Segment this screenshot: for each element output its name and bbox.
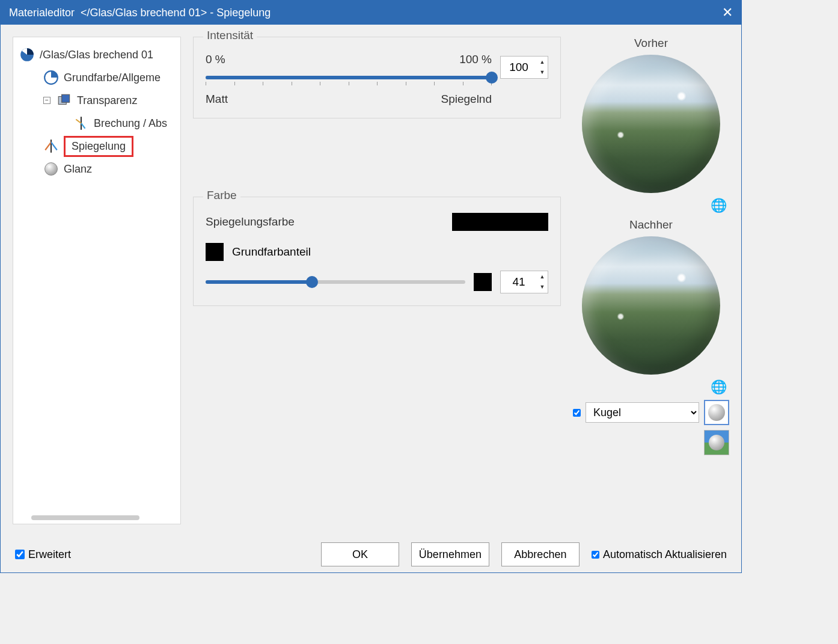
preview-after-label: Nachher [629,218,673,232]
tree-item-label: Transparenz [77,94,137,107]
intensity-group: Intensität 0 % 100 % Matt Spiegelnd [193,37,561,118]
reflection-color-swatch[interactable] [452,213,548,231]
shape-env-button[interactable] [704,430,729,455]
spin-up-icon[interactable]: ▲ [537,272,548,282]
refraction-icon [73,115,89,131]
tree-item-spiegelung[interactable]: Spiegelung [13,135,180,158]
base-color-label: Grundfarbanteil [232,245,311,259]
color-group: Farbe Spiegelungsfarbe Grundfarbanteil [193,197,561,306]
reflection-icon [43,138,59,154]
base-color-input[interactable] [501,275,537,289]
footer: Erweitert OK Übernehmen Abbrechen Automa… [1,536,741,572]
tree-item-label: Brechung / Abs [94,117,167,130]
preview-shape-select[interactable]: Kugel [586,402,699,423]
base-color-slider[interactable] [206,280,465,284]
titlebar: Materialeditor </Glas/Glas brechend 01> … [1,1,741,25]
material-path: </Glas/Glas brechend 01> - Spiegelung [81,7,271,19]
base-color-swatch[interactable] [206,243,224,261]
tree-item-label: Glanz [64,163,92,176]
intensity-min-label: 0 % [206,53,225,66]
globe-icon[interactable]: 🌐 [711,379,727,395]
spin-down-icon[interactable]: ▼ [537,67,548,78]
preview-before-sphere [582,55,720,193]
tree-item-brechung[interactable]: Brechung / Abs [13,112,180,135]
preview-shape-checkbox[interactable] [573,409,581,417]
tree-item-label: Grundfarbe/Allgeme [64,72,161,84]
svg-line-9 [51,143,57,150]
globe-icon[interactable]: 🌐 [711,198,727,213]
reflection-color-label: Spiegelungsfarbe [206,215,295,228]
ok-button[interactable]: OK [321,542,399,566]
slider-thumb[interactable] [306,276,318,288]
svg-line-5 [76,120,81,124]
base-result-swatch [474,273,492,291]
spin-up-icon[interactable]: ▲ [537,57,548,67]
tree-root-label: /Glas/Glas brechend 01 [40,49,153,61]
close-icon[interactable]: ✕ [722,5,733,20]
extended-checkbox[interactable] [15,550,25,559]
preview-before-label: Vorher [634,37,668,50]
tree-item-glanz[interactable]: Glanz [13,158,180,180]
svg-rect-3 [62,94,70,102]
pie-icon [19,47,35,63]
tree-collapse-icon[interactable]: − [43,97,50,104]
auto-update-label: Automatisch Aktualisieren [603,548,727,561]
intensity-slider[interactable] [206,76,492,79]
auto-update-checkbox[interactable] [592,551,599,559]
color-legend: Farbe [203,189,240,202]
material-tree: /Glas/Glas brechend 01 Grundfarbe/Allgem… [13,37,181,524]
intensity-spinbox[interactable]: ▲ ▼ [500,56,548,79]
cube-icon [57,93,72,108]
tree-horizontal-scrollbar[interactable] [31,515,139,520]
intensity-max-label: 100 % [459,53,492,66]
intensity-spiegelnd-label: Spiegelnd [441,93,492,106]
intensity-input[interactable] [501,61,537,74]
extended-label: Erweitert [28,548,71,561]
cancel-button[interactable]: Abbrechen [501,542,580,566]
spin-down-icon[interactable]: ▼ [537,282,548,292]
intensity-legend: Intensität [203,29,257,42]
pie-outline-icon [43,70,59,85]
tree-root[interactable]: /Glas/Glas brechend 01 [13,43,180,66]
base-color-spinbox[interactable]: ▲ ▼ [500,271,548,293]
sphere-icon [43,161,59,177]
intensity-matt-label: Matt [206,93,228,106]
shape-sphere-button[interactable] [704,400,729,425]
tree-item-label: Spiegelung [64,136,133,157]
apply-button[interactable]: Übernehmen [411,542,489,566]
tree-item-grundfarbe[interactable]: Grundfarbe/Allgeme [13,66,180,89]
app-title: Materialeditor [9,7,75,19]
tree-item-transparenz[interactable]: − Transparenz [13,89,180,112]
preview-after-sphere [582,236,720,375]
svg-line-8 [45,143,51,150]
slider-thumb[interactable] [486,72,498,84]
